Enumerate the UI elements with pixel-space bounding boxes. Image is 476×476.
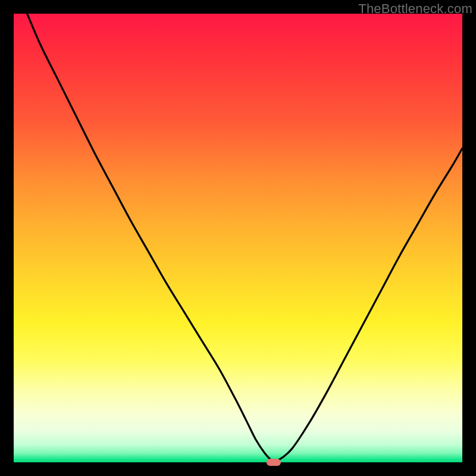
optimum-marker bbox=[267, 459, 281, 466]
watermark-text: TheBottleneck.com bbox=[358, 1, 472, 17]
plot-area bbox=[14, 14, 462, 462]
chart-frame: TheBottleneck.com bbox=[0, 0, 476, 476]
bottleneck-curve bbox=[14, 14, 462, 462]
